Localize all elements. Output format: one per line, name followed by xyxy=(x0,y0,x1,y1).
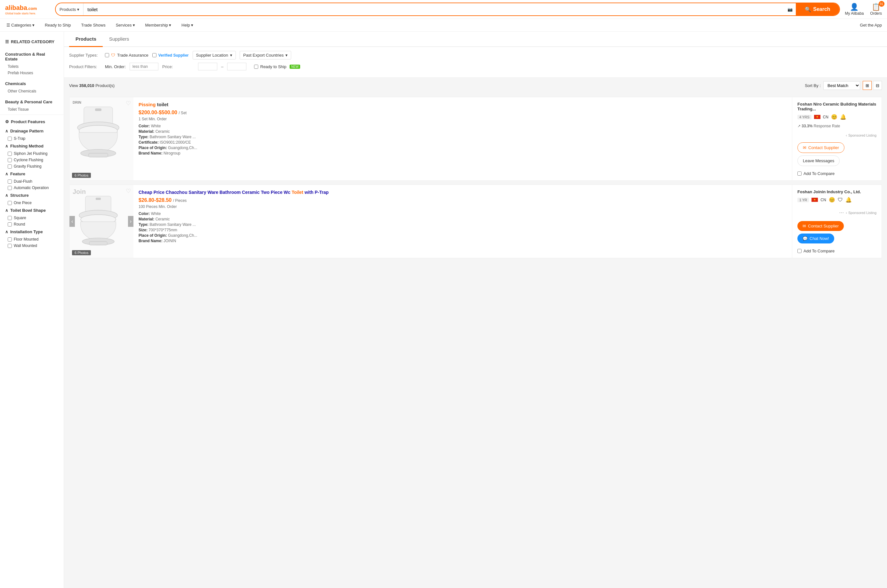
wall-mounted-checkbox[interactable] xyxy=(8,244,12,248)
product-attr: Type: Bathroom Sanitary Ware ... xyxy=(138,222,787,227)
list-view-btn[interactable]: ⊞ xyxy=(863,81,872,90)
product-title[interactable]: Cheap Price Chaozhou Sanitary Ware Bathr… xyxy=(138,189,787,195)
round-checkbox[interactable] xyxy=(8,222,12,226)
camera-icon[interactable]: 📷 xyxy=(784,7,796,12)
sidebar-item-auto-operation[interactable]: Automatic Operation xyxy=(0,184,64,191)
product-image-area: 6 Photos ♡ DRIN xyxy=(69,97,134,180)
trade-assurance-filter[interactable]: 🛡 Trade Assurance xyxy=(105,53,149,58)
product-list: 6 Photos ♡ DRIN Pissing toilet $200.00-$… xyxy=(64,97,887,263)
sidebar-item-one-piece[interactable]: One Piece xyxy=(0,200,64,206)
sidebar-item-prefab-houses[interactable]: Prefab Houses xyxy=(0,70,64,76)
sidebar-item-floor-mounted[interactable]: Floor Mounted xyxy=(0,236,64,243)
product-title[interactable]: Pissing toilet xyxy=(138,102,787,107)
compare-input[interactable] xyxy=(797,171,801,176)
leave-messages-button[interactable]: Leave Messages xyxy=(797,156,840,166)
sidebar-item-square[interactable]: Square xyxy=(0,214,64,221)
more-options-icon[interactable]: ··· xyxy=(839,209,844,216)
search-icon: 🔍 xyxy=(805,6,811,12)
chat-now-button[interactable]: 💬 Chat Now! xyxy=(797,234,834,243)
nav-categories[interactable]: ☰ Categories ▾ xyxy=(5,19,36,32)
search-dropdown[interactable]: Products ▾ xyxy=(56,3,84,15)
supplier-years: 1 YR xyxy=(797,198,809,202)
nav-ready-to-ship[interactable]: Ready to Ship xyxy=(44,19,72,32)
sort-select[interactable]: Best Match Latest Most Popular xyxy=(823,81,860,90)
sidebar-section-bowl-shape[interactable]: ∧ Toilet Bowl Shape xyxy=(0,206,64,214)
sidebar-item-round[interactable]: Round xyxy=(0,221,64,228)
gravity-checkbox[interactable] xyxy=(8,164,12,169)
product-card: ‹ › 6 Photos ♡ Join xyxy=(69,184,882,258)
trade-assurance-checkbox[interactable] xyxy=(105,53,109,57)
contact-supplier-button[interactable]: ✉ Contact Supplier xyxy=(797,221,844,231)
square-checkbox[interactable] xyxy=(8,216,12,220)
sidebar-section-flushing[interactable]: ∧ Flushing Method xyxy=(0,142,64,150)
verified-supplier-filter[interactable]: Verified Supplier xyxy=(152,53,189,58)
sidebar-section-drainage[interactable]: ∧ Drainage Pattern xyxy=(0,127,64,135)
price-to-input[interactable] xyxy=(227,63,246,70)
floor-mounted-checkbox[interactable] xyxy=(8,237,12,242)
product-filters-row: Product Filters: Min. Order: Price: – Re… xyxy=(69,63,882,70)
sidebar-item-cyclone[interactable]: Cyclone Flushing xyxy=(0,157,64,163)
product-attr: Brand Name: Nirogroup xyxy=(138,151,787,156)
product-supplier: Foshan Niro Ceramic Building Materials T… xyxy=(792,97,881,180)
envelope-icon: ✉ xyxy=(803,224,806,228)
dual-flush-checkbox[interactable] xyxy=(8,180,12,184)
get-app[interactable]: Get the App xyxy=(860,23,882,27)
orders[interactable]: 📋 91 Orders xyxy=(870,3,882,16)
supplier-badge-1: 😊 xyxy=(831,114,837,120)
auto-operation-checkbox[interactable] xyxy=(8,186,12,190)
price-from-input[interactable] xyxy=(198,63,217,70)
sidebar-item-toilet-tissue[interactable]: Toilet Tissue xyxy=(0,106,64,112)
sidebar-item-gravity[interactable]: Gravity Flushing xyxy=(0,163,64,170)
verified-supplier-checkbox[interactable] xyxy=(152,53,156,57)
supplier-location-dropdown[interactable]: Supplier Location ▾ xyxy=(193,51,236,60)
image-next-button[interactable]: › xyxy=(128,216,134,227)
past-export-countries-dropdown[interactable]: Past Export Countries ▾ xyxy=(240,51,291,60)
sidebar-section-structure[interactable]: ∧ Structure xyxy=(0,191,64,200)
siphon-jet-checkbox[interactable] xyxy=(8,152,12,156)
nav-trade-shows[interactable]: Trade Shows xyxy=(80,19,107,32)
sidebar-category-label[interactable]: Construction & Real Estate xyxy=(0,50,64,63)
sidebar-item-s-trap[interactable]: S-Trap xyxy=(0,135,64,142)
compare-checkbox[interactable]: Add To Compare xyxy=(797,171,834,176)
sidebar-category-label[interactable]: Beauty & Personal Care xyxy=(0,98,64,106)
one-piece-checkbox[interactable] xyxy=(8,201,12,205)
supplier-types-row: Supplier Types: 🛡 Trade Assurance Verifi… xyxy=(69,51,882,60)
s-trap-checkbox[interactable] xyxy=(8,136,12,141)
sidebar-item-dual-flush[interactable]: Dual-Flush xyxy=(0,178,64,184)
compare-checkbox[interactable]: Add To Compare xyxy=(797,249,876,254)
cyclone-checkbox[interactable] xyxy=(8,158,12,162)
sidebar-item-toilets[interactable]: Toilets xyxy=(0,63,64,70)
compare-input[interactable] xyxy=(797,249,801,253)
sidebar-category-label[interactable]: Chemicals xyxy=(0,80,64,88)
sidebar-item-wall-mounted[interactable]: Wall Mounted xyxy=(0,243,64,249)
ready-to-ship-filter[interactable]: Ready to Ship NEW xyxy=(254,64,300,69)
content: Products Suppliers Supplier Types: 🛡 Tra… xyxy=(64,32,887,588)
ready-to-ship-checkbox[interactable] xyxy=(254,64,258,69)
sidebar: ☰ RELATED CATEGORY Construction & Real E… xyxy=(0,32,64,588)
image-prev-button[interactable]: ‹ xyxy=(69,216,75,227)
heart-icon[interactable]: ♡ xyxy=(126,188,131,195)
product-attr: Brand Name: JOININ xyxy=(138,238,787,243)
nav-help[interactable]: Help ▾ xyxy=(180,19,195,32)
my-alibaba[interactable]: 👤 My Alibaba xyxy=(845,3,864,16)
sidebar-section-installation[interactable]: ∧ Installation Type xyxy=(0,228,64,236)
results-count: View 358,010 Product(s) xyxy=(69,83,114,88)
tab-products[interactable]: Products xyxy=(69,32,103,47)
product-image-area: ‹ › 6 Photos ♡ Join xyxy=(69,185,134,258)
grid-view-btn[interactable]: ⊟ xyxy=(873,81,882,90)
product-attr: Color: White xyxy=(138,212,787,216)
nav-services[interactable]: Services ▾ xyxy=(114,19,136,32)
min-order-input[interactable] xyxy=(130,63,158,70)
sidebar-item-siphon-jet[interactable]: Siphon Jet Flushing xyxy=(0,150,64,157)
nav-membership[interactable]: Membership ▾ xyxy=(144,19,173,32)
heart-icon[interactable]: ♡ xyxy=(126,100,131,107)
search-input[interactable] xyxy=(84,7,784,12)
search-button[interactable]: 🔍 Search xyxy=(796,3,839,15)
logo[interactable]: alibaba.com Global trade starts here. xyxy=(5,3,50,15)
chat-icon: 💬 xyxy=(803,236,807,241)
sidebar-item-other-chemicals[interactable]: Other Chemicals xyxy=(0,88,64,94)
sidebar-section-feature[interactable]: ∧ Feature xyxy=(0,170,64,178)
contact-supplier-button[interactable]: ✉ Contact Supplier xyxy=(797,142,845,153)
product-info: Pissing toilet $200.00-$500.00 / Set 1 S… xyxy=(134,97,792,180)
tab-suppliers[interactable]: Suppliers xyxy=(103,32,136,47)
